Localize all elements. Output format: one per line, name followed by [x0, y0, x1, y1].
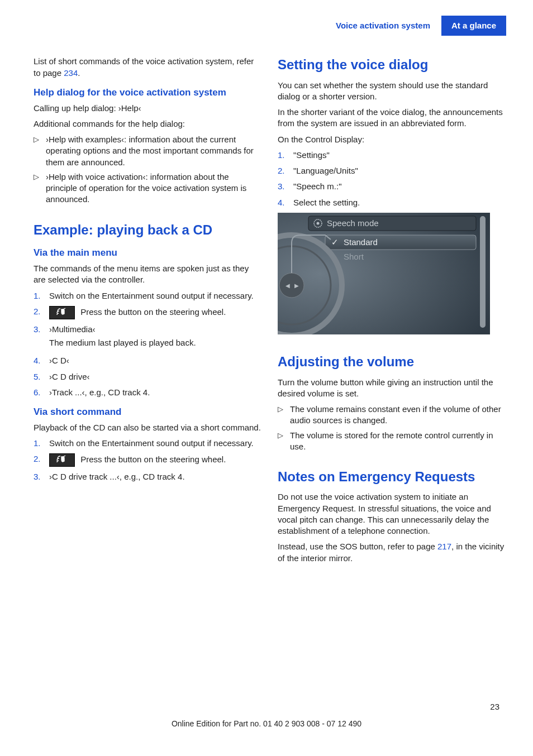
- control-display-screenshot: Speech mode ✓ Standard Short ◀ ▶: [278, 213, 506, 337]
- step-text: ›C D‹: [49, 355, 262, 366]
- setting-steps: 1. "Settings" 2. "Language/Units" 3. "Sp…: [278, 150, 506, 208]
- voice-button-icon: [49, 453, 75, 467]
- setting-p1: You can set whether the system should us…: [278, 80, 506, 103]
- step-text: ›Track ...‹, e.g., CD track 4.: [49, 387, 262, 398]
- list-item-text: ›Help with examples‹: information about …: [46, 134, 262, 168]
- heading-help-dialog: Help dialog for the voice activation sys…: [34, 87, 262, 99]
- volume-bullet-list: The volume remains constant even if the …: [278, 404, 506, 452]
- svg-point-3: [317, 222, 320, 224]
- heading-via-short: Via short command: [34, 406, 262, 419]
- step-number: 6.: [34, 387, 41, 398]
- step-item: 4. ›C D‹: [34, 355, 262, 366]
- step-number: 5.: [34, 371, 41, 382]
- page-header: Voice activation system At a glance: [34, 16, 506, 36]
- right-column: Setting the voice dialog You can set whe…: [278, 56, 506, 568]
- via-main-paragraph: The commands of the menu items are spoke…: [34, 263, 262, 286]
- setting-p2: In the shorter variant of the voice dial…: [278, 107, 506, 130]
- heading-example: Example: playing back a CD: [34, 221, 262, 239]
- step-item: 4. Select the setting.: [278, 197, 506, 208]
- heading-setting-voice: Setting the voice dialog: [278, 56, 506, 74]
- heading-volume: Adjusting the volume: [278, 353, 506, 371]
- notes-p1: Do not use the voice activation system t…: [278, 491, 506, 537]
- step-number: 4.: [34, 355, 41, 366]
- chapter-name: At a glance: [441, 16, 506, 36]
- step-number: 1.: [278, 150, 285, 161]
- step-item: 5. ›C D drive‹: [34, 371, 262, 382]
- step-body: Press the button on the steering wheel.: [49, 306, 262, 319]
- list-item: ›Help with voice activation‹: informatio…: [34, 171, 262, 205]
- step-item: 3. ›C D drive track ...‹, e.g., CD track…: [34, 471, 262, 482]
- svg-rect-8: [480, 216, 486, 328]
- step-item: 1. "Settings": [278, 150, 506, 161]
- step-item: 6. ›Track ...‹, e.g., CD track 4.: [34, 387, 262, 398]
- arrow-right-icon: ▶: [294, 283, 299, 289]
- step-text: Press the button on the steering wheel.: [80, 307, 226, 317]
- step-number: 1.: [34, 438, 41, 449]
- option-standard: Standard: [344, 237, 378, 247]
- step-text: "Settings": [293, 150, 506, 161]
- check-icon: ✓: [331, 237, 339, 247]
- step-text: "Speech m.:": [293, 181, 506, 192]
- step-text: ›C D drive‹: [49, 371, 262, 382]
- screenshot-title: Speech mode: [327, 218, 379, 228]
- step-item: 2. "Language/Units": [278, 165, 506, 176]
- voice-button-icon: [49, 306, 75, 319]
- step-number: 4.: [278, 197, 285, 208]
- step-number: 2.: [34, 453, 41, 467]
- step-subtext: The medium last played is played back.: [49, 337, 262, 348]
- step-body: ›Multimedia‹ The medium last played is p…: [49, 324, 262, 351]
- list-item: The volume remains constant even if the …: [278, 404, 506, 427]
- heading-via-main: Via the main menu: [34, 247, 262, 260]
- list-item: ›Help with examples‹: information about …: [34, 134, 262, 168]
- step-item: 3. "Speech m.:": [278, 181, 506, 192]
- short-command-steps: 1. Switch on the Entertainment sound out…: [34, 438, 262, 483]
- step-item: 2. Press the button on the steering whee…: [34, 453, 262, 467]
- arrow-left-icon: ◀: [285, 283, 290, 289]
- help-bullet-list: ›Help with examples‹: information about …: [34, 134, 262, 205]
- intro-paragraph: List of short commands of the voice acti…: [34, 56, 262, 79]
- step-item: 1. Switch on the Entertainment sound out…: [34, 438, 262, 449]
- step-text: Switch on the Entertainment sound output…: [49, 438, 262, 449]
- step-number: 3.: [278, 181, 285, 192]
- step-text: Select the setting.: [293, 197, 506, 208]
- page-number: 23: [490, 701, 499, 712]
- step-text: "Language/Units": [293, 165, 506, 176]
- list-item: The volume is stored for the remote cont…: [278, 430, 506, 453]
- footer-line: Online Edition for Part no. 01 40 2 903 …: [0, 719, 533, 729]
- svg-rect-0: [278, 213, 490, 334]
- step-text: ›Multimedia‹: [49, 324, 262, 335]
- notes-p2-pre: Instead, use the SOS button, refer to pa…: [278, 542, 437, 551]
- step-text: Switch on the Entertainment sound output…: [49, 290, 262, 302]
- step-number: 2.: [34, 306, 41, 319]
- step-number: 2.: [278, 165, 285, 176]
- step-item: 3. ›Multimedia‹ The medium last played i…: [34, 324, 262, 351]
- intro-text-post: .: [78, 68, 80, 78]
- main-menu-steps: 1. Switch on the Entertainment sound out…: [34, 290, 262, 399]
- setting-p3: On the Control Display:: [278, 134, 506, 145]
- volume-paragraph: Turn the volume button while giving an i…: [278, 377, 506, 400]
- svg-point-7: [279, 273, 304, 298]
- step-text: ›C D drive track ...‹, e.g., CD track 4.: [49, 471, 262, 482]
- step-item: 1. Switch on the Entertainment sound out…: [34, 290, 262, 302]
- step-number: 1.: [34, 290, 41, 302]
- list-item-text: ›Help with voice activation‹: informatio…: [46, 171, 262, 205]
- help-p2: Additional commands for the help dialog:: [34, 118, 262, 130]
- list-item-text: The volume is stored for the remote cont…: [290, 430, 506, 453]
- section-name: Voice activation system: [328, 16, 438, 36]
- step-body: Press the button on the steering wheel.: [49, 453, 262, 467]
- notes-p2: Instead, use the SOS button, refer to pa…: [278, 541, 506, 564]
- help-p1: Calling up help dialog: ›Help‹: [34, 103, 262, 114]
- step-item: 2. Press the button on the steering whee…: [34, 306, 262, 319]
- option-short: Short: [344, 252, 364, 261]
- page-link-234[interactable]: 234: [64, 68, 78, 78]
- page-link-217[interactable]: 217: [437, 542, 451, 551]
- heading-emergency: Notes on Emergency Requests: [278, 468, 506, 486]
- step-number: 3.: [34, 471, 41, 482]
- step-text: Press the button on the steering wheel.: [80, 454, 226, 464]
- step-number: 3.: [34, 324, 41, 351]
- via-short-paragraph: Playback of the CD can also be started v…: [34, 422, 262, 433]
- list-item-text: The volume remains constant even if the …: [290, 404, 506, 427]
- left-column: List of short commands of the voice acti…: [34, 56, 262, 568]
